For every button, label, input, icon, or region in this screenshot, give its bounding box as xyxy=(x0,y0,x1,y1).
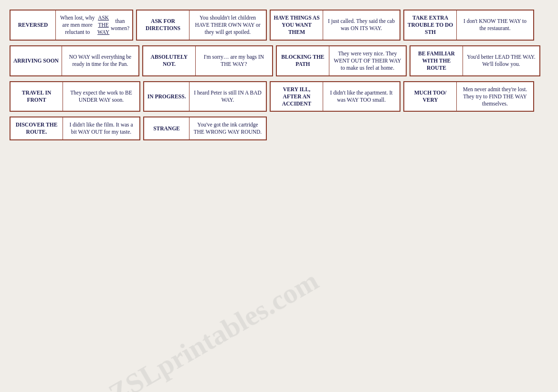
row-3: DISCOVER THE ROUTE.I didn't like the fil… xyxy=(10,117,548,140)
card-text-2-2: I didn't like the apartment. It was WAY … xyxy=(323,82,400,111)
card-pair-1-3: BE FAMILIAR WITH THE ROUTEYou'd better L… xyxy=(410,45,540,76)
card-pair-1-2: BLOCKING THE PATHThey were very nice. Th… xyxy=(276,45,407,76)
card-text-1-0: NO WAY will everything be ready in time … xyxy=(62,46,138,75)
card-label-3-1: STRANGE xyxy=(144,117,190,139)
card-pair-2-2: VERY ILL, AFTER AN ACCIDENTI didn't like… xyxy=(270,81,400,112)
card-text-3-0: I didn't like the film. It was a bit WAY… xyxy=(63,117,139,139)
card-label-0-1: ASK FOR DIRECTIONS xyxy=(137,11,190,40)
card-text-3-1: You've got the ink cartridge THE WRONG W… xyxy=(190,117,266,139)
card-label-2-1: IN PROGRESS. xyxy=(144,82,190,111)
card-text-1-3: You'd better LEAD THE WAY. We'll follow … xyxy=(463,46,539,75)
card-text-1-1: I'm sorry… are my bags IN THE WAY? xyxy=(196,46,272,75)
row-1: ARRIVING SOONNO WAY will everything be r… xyxy=(10,45,548,76)
card-pair-2-0: TRAVEL IN FRONTThey expect the work to B… xyxy=(10,81,140,112)
card-label-1-0: ARRIVING SOON xyxy=(11,46,62,75)
card-label-2-2: VERY ILL, AFTER AN ACCIDENT xyxy=(271,82,323,111)
row-2: TRAVEL IN FRONTThey expect the work to B… xyxy=(10,81,548,112)
card-text-2-1: I heard Peter is still IN A BAD WAY. xyxy=(190,82,266,111)
card-pair-1-1: ABSOLUTELY NOT.I'm sorry… are my bags IN… xyxy=(142,45,273,76)
card-pair-0-0: REVERSEDWhen lost, why are men more relu… xyxy=(10,10,133,41)
card-text-0-3: I don't KNOW THE WAY to the restaurant. xyxy=(457,11,533,40)
card-label-1-3: BE FAMILIAR WITH THE ROUTE xyxy=(411,46,463,75)
card-text-0-2: I just called. They said the cab was ON … xyxy=(323,11,400,40)
card-text-2-3: Men never admit they're lost. They try t… xyxy=(457,82,533,111)
card-pair-2-3: MUCH TOO/ VERYMen never admit they're lo… xyxy=(403,81,534,112)
card-label-3-0: DISCOVER THE ROUTE. xyxy=(11,117,63,139)
card-label-0-2: HAVE THINGS AS YOU WANT THEM xyxy=(271,11,323,40)
card-label-0-3: TAKE EXTRA TROUBLE TO DO STH xyxy=(404,11,457,40)
card-text-2-0: They expect the work to BE UNDER WAY soo… xyxy=(63,82,139,111)
card-pair-1-0: ARRIVING SOONNO WAY will everything be r… xyxy=(10,45,139,76)
card-pair-3-1: STRANGEYou've got the ink cartridge THE … xyxy=(143,117,267,140)
card-label-1-2: BLOCKING THE PATH xyxy=(277,46,329,75)
card-label-0-0: REVERSED xyxy=(11,11,56,40)
card-label-1-1: ABSOLUTELY NOT. xyxy=(143,46,196,75)
watermark: ZSLprintables.com xyxy=(103,264,324,392)
card-pair-0-3: TAKE EXTRA TROUBLE TO DO STHI don't KNOW… xyxy=(403,10,534,41)
card-label-2-3: MUCH TOO/ VERY xyxy=(404,82,457,111)
card-pair-0-1: ASK FOR DIRECTIONSYou shouldn't let chil… xyxy=(136,10,267,41)
card-text-0-0: When lost, why are men more reluctant to… xyxy=(56,11,132,40)
card-pair-3-0: DISCOVER THE ROUTE.I didn't like the fil… xyxy=(10,117,140,140)
card-text-0-1: You shouldn't let children HAVE THEIR OW… xyxy=(190,11,266,40)
card-text-1-2: They were very nice. They WENT OUT OF TH… xyxy=(329,46,406,75)
card-pair-2-1: IN PROGRESS.I heard Peter is still IN A … xyxy=(143,81,267,112)
row-0: REVERSEDWhen lost, why are men more relu… xyxy=(10,10,548,41)
card-label-2-0: TRAVEL IN FRONT xyxy=(11,82,63,111)
card-pair-0-2: HAVE THINGS AS YOU WANT THEMI just calle… xyxy=(270,10,400,41)
